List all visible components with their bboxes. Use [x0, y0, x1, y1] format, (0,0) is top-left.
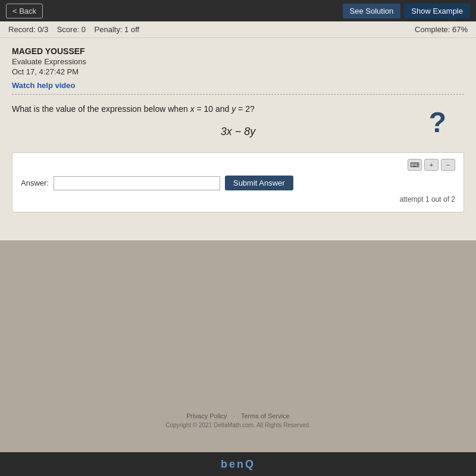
answer-label: Answer:	[21, 178, 49, 187]
see-solution-button[interactable]: See Solution	[343, 4, 401, 18]
monitor-logo: benQ	[221, 458, 255, 471]
help-icon: ?	[429, 106, 446, 139]
record-text: Record: 0/3	[8, 25, 48, 34]
answer-input[interactable]	[54, 176, 220, 190]
privacy-policy-link[interactable]: Privacy Policy	[186, 412, 227, 419]
question-container: ? MAGED YOUSSEF Evaluate Expressions Oct…	[12, 46, 464, 212]
increase-size-button[interactable]: +	[424, 159, 439, 171]
expression: 3x − 8y	[12, 126, 464, 138]
date-time: Oct 17, 4:27:42 PM	[12, 67, 464, 76]
footer-copyright: Copyright © 2021 DeltaMath.com. All Righ…	[165, 422, 311, 428]
divider	[12, 94, 464, 95]
record-bar: Record: 0/3 Score: 0 Penalty: 1 off Comp…	[0, 21, 476, 38]
footer-links: Privacy Policy · Terms of Service	[184, 412, 292, 419]
student-name: MAGED YOUSSEF	[12, 46, 464, 56]
top-bar: < Back See Solution Show Example	[0, 0, 476, 21]
answer-box: ⌨ + − Answer: Submit Answer attempt 1 ou…	[12, 152, 464, 212]
terms-of-service-link[interactable]: Terms of Service	[241, 412, 290, 419]
submit-answer-button[interactable]: Submit Answer	[225, 176, 293, 190]
answer-row: Answer: Submit Answer	[21, 176, 455, 190]
show-example-button[interactable]: Show Example	[404, 4, 470, 18]
score-text: Score: 0	[57, 25, 86, 34]
attempt-text: attempt 1 out of 2	[21, 195, 455, 203]
keyboard-icon-button[interactable]: ⌨	[408, 159, 422, 171]
complete-text: Complete: 67%	[415, 25, 468, 34]
main-content: ? MAGED YOUSSEF Evaluate Expressions Oct…	[0, 38, 476, 240]
back-button[interactable]: < Back	[6, 4, 43, 18]
question-text: What is the value of the expression belo…	[12, 104, 464, 114]
subject-name: Evaluate Expressions	[12, 57, 464, 66]
top-bar-right-buttons: See Solution Show Example	[343, 4, 470, 18]
record-info: Record: 0/3 Score: 0 Penalty: 1 off	[8, 25, 139, 34]
watch-help-link[interactable]: Watch help video	[12, 81, 75, 90]
decrease-size-button[interactable]: −	[441, 159, 455, 171]
penalty-text: Penalty: 1 off	[95, 25, 140, 34]
answer-box-toolbar: ⌨ + −	[21, 159, 455, 171]
monitor-bezel: benQ	[0, 452, 476, 476]
page-footer: Privacy Policy · Terms of Service Copyri…	[0, 240, 476, 452]
